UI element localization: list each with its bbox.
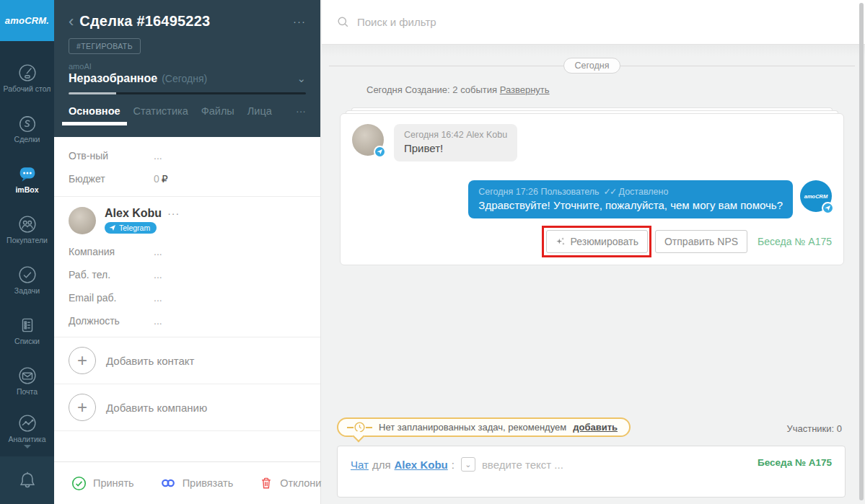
search-input[interactable]: [357, 16, 851, 28]
delivered-checks-icon: ✓✓: [604, 187, 616, 197]
tab-files[interactable]: Файлы: [201, 96, 234, 125]
field-value[interactable]: ...: [154, 246, 162, 257]
sidebar-item-mail[interactable]: Почта: [0, 355, 54, 406]
sidebar-item-imbox[interactable]: imBox: [0, 154, 54, 204]
participants-count: Участники: 0: [786, 423, 842, 434]
field-label: Должность: [69, 315, 154, 327]
chat-type-link[interactable]: Чат: [351, 459, 369, 471]
chat-panel: Сегодня Сегодня Создание: 2 события Разв…: [322, 0, 865, 504]
messages-card-stack: Сегодня 16:42 Alex Kobu Привет! Сегодня …: [340, 107, 844, 265]
stage-chevron-down-icon[interactable]: ⌄: [297, 72, 306, 85]
sidebar-item-buyers[interactable]: Покупатели: [0, 204, 54, 255]
field-value[interactable]: ...: [154, 269, 162, 280]
add-task-link[interactable]: добавить: [573, 422, 618, 433]
back-chevron-icon[interactable]: ‹: [69, 14, 74, 29]
deal-panel: ‹ Сделка #16495223 ··· #ТЕГИРОВАТЬ amoAI…: [54, 0, 321, 504]
send-nps-button[interactable]: Отправить NPS: [655, 230, 747, 253]
field-value[interactable]: ...: [154, 150, 162, 162]
add-contact-button[interactable]: + Добавить контакт: [54, 337, 320, 384]
search-bar: [322, 0, 865, 45]
field-label: Компания: [69, 246, 154, 257]
deal-menu-icon[interactable]: ···: [293, 15, 306, 27]
tab-main[interactable]: Основное: [69, 96, 120, 125]
expand-events-link[interactable]: Развернуть: [500, 84, 550, 95]
events-summary: Сегодня Создание: 2 события Развернуть: [366, 84, 865, 95]
telegram-badge[interactable]: Telegram: [105, 222, 157, 234]
send-nps-label: Отправить NPS: [664, 236, 738, 247]
plus-icon: +: [69, 394, 96, 421]
field-row-workphone[interactable]: Раб. тел. ...: [69, 263, 306, 286]
tab-statistics[interactable]: Статистика: [133, 96, 188, 125]
message-actions-row: Резюмировать Отправить NPS Беседа № A175: [352, 230, 832, 253]
messages-card: Сегодня 16:42 Alex Kobu Привет! Сегодня …: [340, 113, 844, 265]
amocrm-logo[interactable]: amoCRM.: [0, 0, 54, 41]
tag-button[interactable]: #ТЕГИРОВАТЬ: [69, 38, 141, 54]
link-label: Привязать: [183, 477, 234, 489]
tasks-icon: [18, 265, 37, 284]
decline-button[interactable]: Отклонить: [259, 476, 331, 490]
contact-avatar[interactable]: [69, 207, 96, 234]
sidebar-item-lists[interactable]: Списки: [0, 305, 54, 355]
contact-name[interactable]: Alex Kobu: [105, 207, 162, 220]
contact-menu-icon[interactable]: ···: [167, 208, 180, 219]
channel-dropdown[interactable]: ⌄: [461, 457, 475, 472]
field-label: Раб. тел.: [69, 269, 154, 280]
accept-label: Принять: [93, 477, 134, 489]
budget-value[interactable]: 0: [154, 173, 159, 185]
summarize-button[interactable]: Резюмировать: [546, 230, 648, 253]
sidebar-item-analytics[interactable]: Аналитика: [0, 406, 54, 456]
plus-icon: +: [69, 347, 96, 374]
sidebar-item-label: Рабочий стол: [2, 84, 53, 93]
link-button[interactable]: Привязать: [160, 475, 234, 491]
amocrm-app: amoCRM. Рабочий стол Сделки: [0, 0, 865, 504]
chevron-down-icon: ⌄: [465, 460, 471, 469]
field-row-position[interactable]: Должность ...: [69, 309, 306, 332]
tab-persons[interactable]: Лица: [247, 96, 272, 125]
preposition-text: для: [372, 459, 391, 471]
chat-scrollbar[interactable]: [859, 3, 864, 500]
search-icon: [336, 15, 350, 29]
sidebar-item-dashboard[interactable]: Рабочий стол: [0, 53, 54, 103]
sidebar-expand-icon[interactable]: [24, 445, 31, 448]
add-company-button[interactable]: + Добавить компанию: [54, 384, 320, 430]
message-bubble[interactable]: Сегодня 16:42 Alex Kobu Привет!: [394, 124, 517, 162]
add-company-label: Добавить компанию: [106, 402, 207, 414]
incoming-message: Сегодня 16:42 Alex Kobu Привет!: [352, 124, 832, 162]
message-bubble[interactable]: Сегодня 17:26 Пользователь✓✓Доставлено З…: [468, 180, 793, 218]
field-value[interactable]: ...: [154, 292, 162, 304]
field-value[interactable]: ...: [154, 315, 162, 327]
outgoing-message: Сегодня 17:26 Пользователь✓✓Доставлено З…: [352, 180, 832, 218]
field-row-company[interactable]: Компания ...: [69, 240, 306, 263]
lists-icon: [18, 316, 37, 335]
buyers-icon: [18, 215, 37, 234]
field-row-budget[interactable]: Бюджет 0 ₽: [69, 167, 306, 190]
stage-progress-bar[interactable]: [69, 92, 306, 94]
field-row-responsible[interactable]: Отв-ный ...: [69, 144, 306, 167]
sidebar-item-tasks[interactable]: Задачи: [0, 255, 54, 305]
sparkles-icon: [556, 236, 566, 247]
sidebar-item-deals[interactable]: Сделки: [0, 103, 54, 154]
contact-card: Alex Kobu ··· Telegram Компания ...: [54, 196, 320, 337]
tabs-more-icon[interactable]: ···: [296, 105, 306, 117]
trash-icon: [259, 476, 273, 490]
sidebar-item-label: Покупатели: [5, 236, 49, 244]
accept-button[interactable]: Принять: [71, 476, 134, 491]
dashboard-icon: [18, 63, 37, 82]
day-divider: Сегодня: [329, 58, 855, 74]
sidebar-item-label: Задачи: [13, 286, 41, 295]
message-text: Привет!: [404, 142, 507, 154]
message-status: Доставлено: [619, 187, 669, 197]
message-meta: Сегодня 16:42 Alex Kobu: [404, 130, 507, 140]
recipient-link[interactable]: Alex Kobu: [395, 459, 448, 471]
field-row-email[interactable]: Email раб. ...: [69, 286, 306, 309]
stage-name[interactable]: Неразобранное: [69, 72, 157, 85]
message-input[interactable]: [482, 459, 758, 471]
sidebar-item-label: Аналитика: [7, 435, 48, 443]
telegram-badge-icon: [822, 202, 834, 214]
check-circle-icon: [71, 476, 87, 491]
notifications-section[interactable]: [0, 456, 54, 504]
sidebar-nav: Рабочий стол Сделки: [0, 41, 54, 456]
contact-avatar[interactable]: [352, 124, 384, 156]
stage-date: (Сегодня): [162, 73, 297, 84]
budget-currency: ₽: [162, 173, 168, 185]
